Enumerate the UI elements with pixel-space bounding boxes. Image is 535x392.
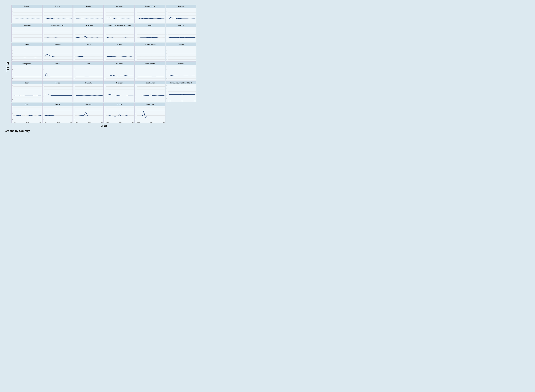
chart-body-angola: 0 1 2 3 4 bbox=[42, 8, 73, 23]
y-ticks-angola: 0 1 2 3 4 bbox=[42, 8, 44, 23]
chart-title-zambia: Zambia bbox=[104, 103, 134, 106]
x-axis-zambia: 2000 2010 2020 bbox=[104, 122, 134, 123]
svg-burundi bbox=[168, 8, 196, 23]
row-2: Gabon 0 1 2 3 4 bbox=[11, 43, 196, 61]
y-ticks-zimbabwe: 0 1 2 3 4 bbox=[135, 106, 137, 122]
chart-body-morocco: 0 1 2 3 4 bbox=[104, 65, 134, 80]
svg-tunisia bbox=[44, 106, 73, 122]
x-axis-togo: 2000 2010 2020 bbox=[12, 122, 42, 123]
chart-title-burkina-faso: Burkina Faso bbox=[135, 5, 165, 8]
svg-morocco bbox=[106, 65, 134, 80]
svg-cote-divoire bbox=[75, 27, 103, 42]
chart-uganda: Uganda 0 1 2 3 4 bbox=[73, 103, 103, 123]
chart-tanzania: Tanzania (United Republic of) 0 1 2 3 4 bbox=[166, 81, 196, 102]
chart-title-cote-divoire: Côte d'Ivoire bbox=[73, 24, 103, 27]
chart-title-rwanda: Rwanda bbox=[73, 81, 103, 84]
svg-namibia bbox=[168, 65, 196, 80]
chart-title-guinea-bissau: Guinea-Bissau bbox=[135, 43, 165, 46]
chart-title-uganda: Uganda bbox=[73, 103, 103, 106]
y-ticks-rwanda: 0 1 2 3 4 bbox=[73, 84, 75, 102]
chart-title-malawi: Malawi bbox=[42, 62, 73, 65]
y-ticks-cameroon: 0 1 2 3 4 bbox=[12, 27, 14, 42]
svg-rwanda bbox=[75, 84, 103, 102]
svg-zimbabwe bbox=[137, 106, 165, 122]
chart-senegal: Senegal 0 1 2 3 4 bbox=[104, 81, 135, 102]
svg-burkina-faso bbox=[137, 8, 165, 23]
y-ticks-gabon: 0 1 2 3 4 bbox=[12, 46, 14, 61]
chart-title-gambia: Gambia bbox=[42, 43, 73, 46]
svg-kenya bbox=[168, 46, 196, 61]
chart-title-botswana: Botswana bbox=[104, 5, 134, 8]
chart-title-gabon: Gabon bbox=[12, 43, 42, 46]
chart-body-madagascar: 0 1 2 3 4 bbox=[12, 65, 42, 80]
chart-title-cameroon: Cameroon bbox=[12, 24, 42, 27]
y-ticks-kenya: 0 1 2 3 4 bbox=[166, 46, 168, 61]
x-axis-uganda: 2000 2010 2020 bbox=[73, 122, 103, 123]
y-ticks-niger: 0 1 2 3 4 bbox=[12, 84, 14, 101]
x-axis-label: year bbox=[11, 124, 196, 128]
chart-title-senegal: Senegal bbox=[104, 81, 134, 84]
svg-south-africa bbox=[137, 84, 165, 102]
y-ticks-burundi: 0 1 2 3 4 bbox=[166, 8, 168, 23]
chart-body-togo: 0 1 2 3 4 bbox=[12, 106, 42, 122]
svg-togo bbox=[14, 106, 42, 122]
x-axis-niger bbox=[12, 102, 42, 102]
chart-title-zimbabwe: Zimbabwe bbox=[135, 103, 165, 106]
chart-area: TFPCH Algeria 0 1 2 3 4 bbox=[5, 5, 196, 128]
chart-body-ethiopia: 0 1 2 3 4 bbox=[166, 27, 196, 42]
grid-wrapper: Algeria 0 1 2 3 4 bbox=[11, 5, 196, 128]
x-axis-tanzania: 2000 2010 2020 bbox=[166, 100, 196, 102]
chart-malawi: Malawi 0 1 2 3 4 bbox=[42, 62, 73, 81]
chart-nigeria: Nigeria 0 1 2 3 4 bbox=[42, 81, 73, 102]
y-ticks-nigeria: 0 1 2 3 4 bbox=[42, 84, 44, 102]
chart-title-tunisia: Tunisia bbox=[42, 103, 73, 106]
chart-body-cote-divoire: 0 1 2 3 4 bbox=[73, 27, 103, 42]
y-ticks-burkina-faso: 0 1 2 3 4 bbox=[135, 8, 137, 23]
svg-botswana bbox=[106, 8, 134, 23]
chart-body-mali: 0 1 2 3 4 bbox=[73, 65, 103, 80]
y-ticks-namibia: 0 1 2 3 4 bbox=[166, 65, 168, 80]
svg-madagascar bbox=[14, 65, 42, 80]
chart-mali: Mali 0 1 2 3 4 bbox=[73, 62, 103, 81]
svg-malawi bbox=[44, 65, 73, 80]
svg-benin bbox=[75, 8, 103, 23]
row-1: Cameroon 0 1 2 3 4 bbox=[11, 24, 196, 42]
chart-togo: Togo 0 1 2 3 4 bbox=[11, 103, 42, 123]
chart-body-namibia: 0 1 2 3 4 bbox=[166, 65, 196, 80]
chart-title-south-africa: South Africa bbox=[135, 81, 165, 84]
svg-ghana bbox=[75, 46, 103, 61]
chart-body-south-africa: 0 1 2 3 4 bbox=[135, 84, 165, 102]
chart-title-drc: Democratic Republic of Congo. bbox=[104, 24, 134, 27]
y-ticks-drc: 0 1 2 3 4 bbox=[104, 27, 106, 42]
chart-gambia: Gambia 0 1 2 3 4 bbox=[42, 43, 73, 61]
y-ticks-guinea-bissau: 0 1 2 3 4 bbox=[135, 46, 137, 61]
svg-mozambique bbox=[137, 65, 165, 80]
chart-body-niger: 0 1 2 3 4 bbox=[12, 84, 42, 101]
y-ticks-uganda: 0 1 2 3 4 bbox=[73, 106, 75, 122]
svg-tanzania bbox=[168, 84, 196, 100]
chart-title-ethiopia: Ethiopia bbox=[166, 24, 196, 27]
chart-body-guinea: 0 1 2 3 4 bbox=[104, 46, 134, 61]
chart-title-mozambique: Mozambique bbox=[135, 62, 165, 65]
chart-body-botswana: 0 1 2 3 4 bbox=[104, 8, 134, 23]
chart-body-benin: 0 1 2 3 4 bbox=[73, 8, 103, 23]
y-ticks-congo-republic: 0 1 2 3 4 bbox=[42, 27, 44, 42]
chart-body-burkina-faso: 0 1 2 3 4 bbox=[135, 8, 165, 23]
chart-egypt: Egypt 0 1 2 3 4 bbox=[135, 24, 165, 42]
chart-title-tanzania: Tanzania (United Republic of) bbox=[166, 81, 196, 84]
chart-body-mozambique: 0 1 2 3 4 bbox=[135, 65, 165, 80]
chart-title-nigeria: Nigeria bbox=[42, 81, 73, 84]
chart-guinea: Guinea 0 1 2 3 4 bbox=[104, 43, 135, 61]
y-ticks-cote-divoire: 0 1 2 3 4 bbox=[73, 27, 75, 42]
y-ticks-madagascar: 0 1 2 3 4 bbox=[12, 65, 14, 80]
chart-burundi: Burundi 0 1 2 3 4 bbox=[166, 5, 196, 23]
y-ticks-guinea: 0 1 2 3 4 bbox=[104, 46, 106, 61]
svg-egypt bbox=[137, 27, 165, 42]
chart-zambia: Zambia 0 1 2 3 4 bbox=[104, 103, 135, 123]
chart-rwanda: Rwanda 0 1 2 3 4 bbox=[73, 81, 103, 102]
svg-niger bbox=[14, 84, 42, 101]
y-ticks-tanzania: 0 1 2 3 4 bbox=[166, 84, 168, 100]
chart-angola: Angola 0 1 2 3 4 bbox=[42, 5, 73, 23]
chart-namibia: Namibia 0 1 2 3 4 bbox=[166, 62, 196, 81]
chart-body-nigeria: 0 1 2 3 4 bbox=[42, 84, 73, 102]
